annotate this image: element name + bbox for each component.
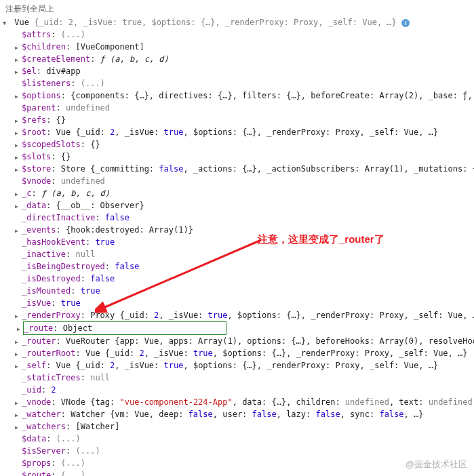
colon: : (81, 311, 90, 320)
colon: : (75, 349, 85, 358)
property-value: 2 (51, 385, 56, 395)
property-row[interactable]: _events: {hook:destroyed: Array(1)} (5, 224, 469, 236)
property-row[interactable]: _isDestroyed: false (5, 273, 469, 285)
property-row[interactable]: $parent: undefined (5, 102, 469, 114)
property-key: $scopedSlots (22, 140, 81, 149)
expand-arrow-icon[interactable] (15, 336, 22, 346)
colon: : (51, 176, 60, 186)
colon: : (46, 127, 56, 137)
property-value: ƒ (a, b, c, d) (100, 54, 169, 64)
property-row[interactable]: _route: Object (5, 321, 469, 335)
property-row[interactable]: $root: Vue {_uid: 2, _isVue: true, $opti… (5, 126, 469, 138)
property-value: (...) (61, 471, 85, 476)
property-row[interactable]: $scopedSlots: {} (5, 138, 469, 151)
property-row[interactable]: _uid: 2 (5, 384, 469, 396)
property-row[interactable]: _c: ƒ (a, b, c, d) (5, 187, 469, 199)
property-value: div#app (46, 66, 81, 76)
root-object-line[interactable]: Vue {_uid: 2, _isVue: true, $options: {…… (5, 16, 469, 28)
colon: : (51, 298, 60, 308)
property-row[interactable]: $el: div#app (5, 65, 469, 77)
expand-arrow-icon[interactable] (15, 361, 22, 371)
expand-arrow-icon[interactable] (15, 397, 22, 408)
expand-arrow-icon[interactable] (15, 140, 22, 150)
property-row[interactable]: _renderProxy: Proxy {_uid: 2, _isVue: tr… (5, 309, 469, 321)
colon: : (81, 274, 90, 283)
expand-arrow-icon[interactable] (17, 323, 24, 334)
property-row[interactable]: _router: VueRouter {app: Vue, apps: Arra… (5, 335, 469, 347)
property-value: Store {_committing: false, _actions: {…}… (61, 164, 474, 174)
property-key: _vnode (22, 397, 51, 407)
expand-arrow-icon[interactable] (15, 349, 22, 359)
property-row[interactable]: _isBeingDestroyed: false (5, 260, 469, 273)
expand-arrow-icon[interactable] (15, 152, 22, 162)
expand-arrow-icon[interactable] (15, 91, 22, 101)
colon: : (51, 30, 60, 39)
expand-arrow-icon[interactable] (15, 311, 22, 321)
property-key: _routerRoot (22, 349, 75, 358)
expand-arrow-icon[interactable] (3, 18, 9, 28)
property-row[interactable]: _routerRoot: Vue {_uid: 2, _isVue: true,… (5, 347, 469, 359)
property-row[interactable]: $route: (...) (5, 469, 469, 476)
property-value: Vue {_uid: 2, _isVue: true, $options: {…… (56, 361, 439, 370)
expand-arrow-icon[interactable] (15, 189, 22, 199)
property-value: Object (63, 323, 92, 333)
property-key: _route (24, 323, 53, 333)
property-row[interactable]: $slots: {} (5, 151, 469, 163)
property-value: (...) (56, 434, 81, 443)
annotation-text: 注意，这里变成了_router了 (258, 232, 384, 247)
property-row[interactable]: $data: (...) (5, 433, 469, 445)
expand-arrow-icon[interactable] (15, 410, 22, 420)
property-row[interactable]: _staticTrees: null (5, 372, 469, 384)
property-key: $listeners (22, 79, 71, 88)
property-value: (...) (75, 446, 100, 456)
expand-arrow-icon[interactable] (15, 225, 22, 235)
colon: : (51, 458, 60, 468)
property-row[interactable]: $options: {components: {…}, directives: … (5, 90, 469, 102)
property-row[interactable]: _self: Vue {_uid: 2, _isVue: true, $opti… (5, 359, 469, 372)
property-key: $parent (22, 103, 56, 113)
colon: : (61, 91, 71, 100)
expand-arrow-icon[interactable] (15, 42, 22, 52)
expand-arrow-icon[interactable] (15, 54, 22, 64)
property-value: null (90, 373, 110, 382)
property-key: $store (22, 164, 51, 174)
property-row[interactable]: _directInactive: false (5, 212, 469, 224)
expand-arrow-icon[interactable] (15, 201, 22, 211)
property-value: {components: {…}, directives: {…}, filte… (71, 91, 474, 100)
expand-arrow-icon[interactable] (15, 66, 22, 77)
property-key: _directInactive (22, 213, 95, 222)
property-key: _isMounted (22, 286, 71, 296)
property-row[interactable]: _vnode: VNode {tag: "vue-component-224-A… (5, 396, 469, 408)
property-row[interactable]: $props: (...) (5, 457, 469, 469)
property-row[interactable]: $listeners: (...) (5, 77, 469, 90)
property-key: _watcher (22, 410, 61, 419)
property-row[interactable]: $store: Store {_committing: false, _acti… (5, 163, 469, 175)
expand-arrow-icon[interactable] (15, 422, 22, 432)
property-key: $route (22, 471, 51, 476)
expand-arrow-icon[interactable] (15, 115, 22, 125)
watermark: @掘金技术社区 (406, 458, 467, 471)
property-row[interactable]: $children: [VueComponent] (5, 41, 469, 53)
property-row[interactable]: _data: {__ob__: Observer} (5, 199, 469, 212)
property-row[interactable]: _hasHookEvent: true (5, 236, 469, 248)
property-row[interactable]: _inactive: null (5, 248, 469, 260)
expand-arrow-icon[interactable] (15, 164, 22, 174)
property-row[interactable]: $attrs: (...) (5, 28, 469, 41)
info-icon[interactable]: i (401, 19, 410, 27)
property-row[interactable]: _watchers: [Watcher] (5, 420, 469, 433)
colon: : (51, 152, 60, 161)
property-row[interactable]: _watcher: Watcher {vm: Vue, deep: false,… (5, 408, 469, 420)
expand-arrow-icon[interactable] (15, 127, 22, 138)
property-row[interactable]: $refs: {} (5, 114, 469, 126)
property-row[interactable]: $vnode: undefined (5, 175, 469, 187)
property-row[interactable]: $createElement: ƒ (a, b, c, d) (5, 53, 469, 65)
property-row[interactable]: _isVue: true (5, 297, 469, 309)
property-value: VueRouter {app: Vue, apps: Array(1), opt… (66, 336, 474, 346)
property-row[interactable]: _isMounted: true (5, 285, 469, 297)
property-row[interactable]: $isServer: (...) (5, 445, 469, 457)
property-value: Proxy {_uid: 2, _isVue: true, $options: … (90, 311, 474, 320)
property-key: _hasHookEvent (22, 237, 85, 247)
colon: : (61, 410, 71, 419)
property-key: _staticTrees (22, 373, 81, 382)
property-key: $slots (22, 152, 51, 161)
